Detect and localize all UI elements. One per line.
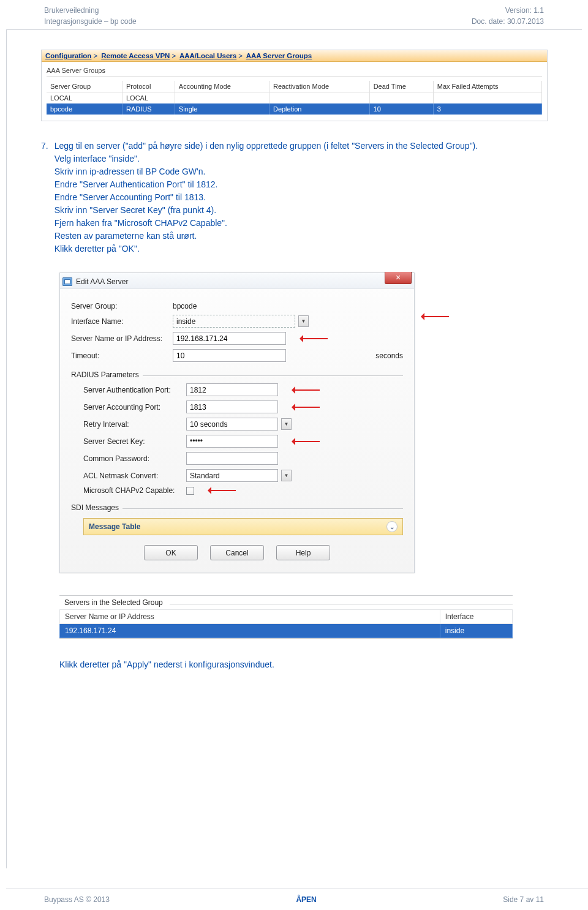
expand-icon[interactable]: ⌄ bbox=[386, 521, 398, 532]
timeout-unit: seconds bbox=[375, 352, 403, 360]
servers-in-group-table[interactable]: Server Name or IP Address Interface 192.… bbox=[59, 609, 513, 638]
step-line: Resten av parameterne kan stå urørt. bbox=[55, 231, 197, 241]
page-frame: Configuration> Remote Access VPN> AAA/Lo… bbox=[6, 29, 582, 868]
doc-version: Version: 1.1 bbox=[472, 5, 544, 16]
step-line: Endre "Server Authentication Port" til 1… bbox=[55, 179, 218, 189]
aaa-groups-screenshot: Configuration> Remote Access VPN> AAA/Lo… bbox=[41, 50, 548, 121]
col-react-mode: Reactivation Mode bbox=[269, 81, 369, 92]
chevron-down-icon[interactable] bbox=[298, 315, 309, 327]
step-line: Velg interface "inside". bbox=[55, 154, 140, 164]
step-line: Skriv inn ip-adressen til BP Code GW'n. bbox=[55, 167, 206, 176]
servers-in-group-panel: Servers in the Selected Group Server Nam… bbox=[59, 595, 513, 639]
server-group-label: Server Group: bbox=[71, 302, 173, 310]
page-footer: Buypass AS © 2013 ÅPEN Side 7 av 11 bbox=[0, 895, 588, 904]
message-table-label: Message Table bbox=[89, 522, 140, 531]
table-row[interactable]: bpcode RADIUS Single Depletion 10 3 bbox=[47, 103, 542, 115]
col-acct-mode: Accounting Mode bbox=[175, 81, 269, 92]
acct-port-input[interactable] bbox=[186, 400, 278, 413]
ok-button[interactable]: OK bbox=[144, 545, 198, 560]
chevron-down-icon[interactable] bbox=[281, 470, 292, 481]
retry-interval-select[interactable]: 10 seconds bbox=[186, 418, 278, 431]
secret-key-input[interactable]: ••••• bbox=[186, 435, 278, 448]
interface-name-label: Interface Name: bbox=[71, 317, 173, 326]
acl-netmask-select[interactable]: Standard bbox=[186, 469, 278, 482]
step-number: 7. bbox=[41, 140, 55, 255]
col-interface: Interface bbox=[440, 610, 512, 624]
instruction-block: 7. Legg til en server ("add" på høyre si… bbox=[41, 140, 548, 255]
breadcrumb: Configuration> Remote Access VPN> AAA/Lo… bbox=[42, 50, 547, 62]
acl-netmask-label: ACL Netmask Convert: bbox=[83, 472, 186, 480]
table-header-row: Server Name or IP Address Interface bbox=[60, 610, 513, 624]
server-group-value: bpcode bbox=[173, 302, 403, 310]
header-right: Version: 1.1 Doc. date: 30.07.2013 bbox=[472, 5, 544, 27]
crumb-aaa-local-users[interactable]: AAA/Local Users bbox=[179, 52, 236, 59]
dialog-button-row: OK Cancel Help bbox=[71, 535, 403, 568]
annotation-arrow-icon bbox=[288, 404, 320, 411]
crumb-configuration[interactable]: Configuration bbox=[45, 52, 91, 59]
interface-name-select[interactable]: inside bbox=[173, 315, 295, 328]
doc-title: Brukerveiledning bbox=[44, 5, 137, 16]
doc-subtitle: Integrasjonsguide – bp code bbox=[44, 16, 137, 27]
servers-in-group-title: Servers in the Selected Group bbox=[59, 596, 513, 609]
acct-port-label: Server Accounting Port: bbox=[83, 403, 186, 412]
col-dead-time: Dead Time bbox=[369, 81, 433, 92]
timeout-label: Timeout: bbox=[71, 352, 173, 360]
auth-port-input[interactable] bbox=[186, 383, 278, 396]
col-max-failed: Max Failed Attempts bbox=[433, 81, 541, 92]
help-button[interactable]: Help bbox=[276, 545, 330, 560]
aaa-table[interactable]: Server Group Protocol Accounting Mode Re… bbox=[47, 81, 542, 115]
chapv2-label: Microsoft CHAPv2 Capable: bbox=[83, 486, 186, 495]
message-table-row[interactable]: Message Table ⌄ bbox=[83, 518, 403, 535]
radius-section-label: RADIUS Parameters bbox=[71, 370, 403, 379]
edit-aaa-server-dialog: Edit AAA Server × Server Group: bpcode I… bbox=[59, 273, 415, 573]
common-password-input[interactable] bbox=[186, 452, 278, 465]
header-left: Brukerveiledning Integrasjonsguide – bp … bbox=[44, 5, 137, 27]
dialog-title: Edit AAA Server bbox=[76, 277, 128, 286]
server-ip-input[interactable] bbox=[173, 332, 286, 345]
crumb-remote-access-vpn[interactable]: Remote Access VPN bbox=[101, 52, 170, 59]
secret-key-label: Server Secret Key: bbox=[83, 437, 186, 446]
annotation-arrow-icon bbox=[417, 313, 449, 320]
step-line: Klikk deretter på "OK". bbox=[55, 244, 140, 254]
dialog-icon bbox=[62, 277, 72, 286]
step-line: Skriv inn "Server Secret Key" (fra punkt… bbox=[55, 205, 216, 215]
col-server-name-ip: Server Name or IP Address bbox=[60, 610, 440, 624]
page-header: Brukerveiledning Integrasjonsguide – bp … bbox=[0, 0, 588, 29]
dialog-titlebar: Edit AAA Server × bbox=[60, 273, 414, 289]
step-line: Fjern haken fra "Microsoft CHAPv2 Capabl… bbox=[55, 218, 227, 228]
crumb-aaa-server-groups[interactable]: AAA Server Groups bbox=[246, 52, 312, 59]
apply-instruction: Klikk deretter på "Apply" nederst i konf… bbox=[59, 660, 548, 669]
doc-date: Doc. date: 30.07.2013 bbox=[472, 16, 544, 27]
table-row[interactable]: 192.168.171.24 inside bbox=[60, 624, 513, 638]
aaa-panel-title: AAA Server Groups bbox=[47, 66, 542, 75]
footer-right: Side 7 av 11 bbox=[503, 895, 544, 904]
cancel-button[interactable]: Cancel bbox=[210, 545, 264, 560]
aaa-panel: AAA Server Groups Server Group Protocol … bbox=[42, 62, 547, 121]
footer-center: ÅPEN bbox=[296, 895, 316, 904]
server-ip-label: Server Name or IP Address: bbox=[71, 334, 173, 343]
close-button[interactable]: × bbox=[385, 272, 412, 284]
chevron-down-icon[interactable] bbox=[281, 418, 292, 430]
table-row[interactable]: LOCAL LOCAL bbox=[47, 92, 542, 104]
common-password-label: Common Password: bbox=[83, 454, 186, 463]
chapv2-checkbox[interactable] bbox=[186, 487, 194, 495]
annotation-arrow-icon bbox=[288, 438, 320, 445]
table-header-row: Server Group Protocol Accounting Mode Re… bbox=[47, 81, 542, 92]
step-line: Endre "Server Accounting Port" til 1813. bbox=[55, 192, 206, 202]
step-line: Legg til en server ("add" på høyre side)… bbox=[55, 141, 478, 151]
footer-left: Buypass AS © 2013 bbox=[44, 895, 110, 904]
col-protocol: Protocol bbox=[123, 81, 175, 92]
sdi-section-label: SDI Messages bbox=[71, 503, 403, 512]
annotation-arrow-icon bbox=[204, 487, 236, 494]
col-server-group: Server Group bbox=[47, 81, 123, 92]
auth-port-label: Server Authentication Port: bbox=[83, 386, 186, 394]
retry-interval-label: Retry Interval: bbox=[83, 420, 186, 429]
annotation-arrow-icon bbox=[296, 335, 328, 342]
timeout-input[interactable] bbox=[173, 349, 286, 362]
annotation-arrow-icon bbox=[288, 386, 320, 394]
